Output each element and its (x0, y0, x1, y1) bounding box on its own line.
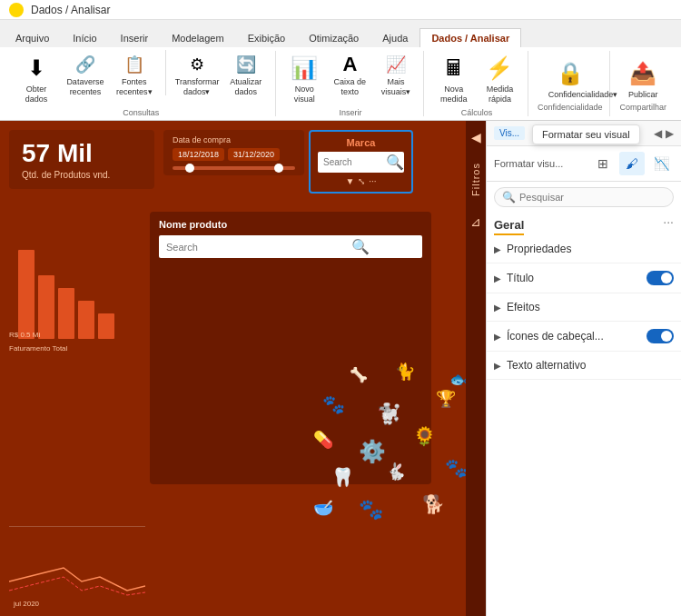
panel-expand-left-icon[interactable]: ◀ (654, 127, 662, 140)
tooltip-bubble: Formatar seu visual (532, 124, 640, 144)
accordion-texto-alternativo[interactable]: ▶ Texto alternativo (487, 352, 681, 380)
collapse-filter-icon[interactable]: ◀ (471, 130, 481, 144)
format-visu-label: Formatar visu... (494, 158, 587, 169)
format-paint-icon-btn[interactable]: 🖌 (619, 152, 645, 175)
ribbon-group-compartilhar: 📤 Publicar Compartilhar (612, 51, 674, 116)
line-chart: jul 2020 (9, 526, 145, 608)
icones-toggle[interactable] (646, 329, 674, 343)
format-analytics-icon-btn[interactable]: 📉 (648, 152, 674, 175)
pet-icon-3: 🐟 (449, 371, 466, 388)
tab-dados-analisar[interactable]: Dados / Analisar (419, 28, 521, 47)
novo-visual-icon: 📊 (288, 52, 321, 84)
dataverse-icon: 🔗 (73, 52, 98, 77)
nova-medida-button[interactable]: 🖩 Nova medida (433, 50, 474, 106)
accordion-icones-cabecal[interactable]: ▶ Ícones de cabeçal... (487, 322, 681, 352)
inserir-group-label: Inserir (339, 108, 361, 117)
tab-ajuda[interactable]: Ajuda (370, 28, 419, 47)
panel-header-tabs: Vis... (494, 126, 525, 140)
pet-icon-15: 🐇 (386, 462, 406, 482)
date-start[interactable]: 18/12/2018 (173, 148, 224, 161)
date-slider-left-thumb[interactable] (185, 164, 194, 173)
tab-inserir[interactable]: Inserir (109, 28, 161, 47)
product-search-box[interactable]: 🔍 (159, 235, 422, 258)
brand-search-input[interactable] (323, 157, 382, 167)
product-search-input[interactable] (166, 242, 348, 253)
ribbon-tabs: Arquivo Início Inserir Modelagem Exibiçã… (0, 20, 681, 47)
tab-inicio[interactable]: Início (61, 28, 108, 47)
date-filter-label: Data de compra (173, 135, 295, 144)
tab-exibicao[interactable]: Exibição (236, 28, 298, 47)
geral-label: Geral (494, 218, 524, 235)
atualizar-icon: 🔄 (233, 52, 259, 77)
confidencialidade-items: 🔒 Confidencialidade▾ (545, 55, 596, 102)
tab-modelagem[interactable]: Modelagem (160, 28, 235, 47)
pet-icon-14: 🦷 (331, 466, 354, 488)
pet-icon-6: 🐩 (377, 402, 401, 426)
date-slider[interactable] (173, 166, 295, 170)
brand-slicer-title: Marca (318, 137, 404, 148)
novo-visual-button[interactable]: 📊 Novo visual (285, 50, 324, 106)
pet-icon-2: 🐈 (395, 362, 415, 382)
date-filter[interactable]: Data de compra 18/12/2018 31/12/2020 (163, 130, 304, 175)
line-chart-label: jul 2020 (14, 600, 39, 608)
filter-funnel-icon[interactable]: ⊿ (470, 214, 481, 229)
fontes-button[interactable]: 📋 Fontes recentes▾ (113, 50, 156, 99)
pet-icon-10: ⚙️ (359, 439, 386, 464)
mais-visuais-label: Mais visuais▾ (380, 77, 413, 97)
format-paint-icon: 🖌 (626, 156, 638, 171)
ribbon-group-confidencialidade: 🔒 Confidencialidade▾ Confidencialidade (530, 51, 611, 116)
accordion-titulo[interactable]: ▶ Título (487, 263, 681, 293)
format-icons-row: Formatar visu... ⊞ 🖌 📉 (487, 146, 681, 182)
date-end[interactable]: 31/12/2020 (228, 148, 280, 161)
panel-search[interactable]: 🔍 (494, 187, 674, 207)
publicar-icon: 📤 (627, 57, 659, 90)
dataverse-button[interactable]: 🔗 Dataverse recentes (64, 50, 107, 99)
product-slicer[interactable]: Nome produto 🔍 🦴 🐈 🐟 🐕 🐾 🐩 🏆 🎪 💊 ⚙️ 🌻 🐠 (150, 212, 431, 484)
pet-icon-11: 🌻 (413, 425, 436, 447)
slicer-more-icon[interactable]: ··· (369, 176, 376, 186)
brand-search-icon: 🔍 (386, 154, 404, 171)
transformar-icon: ⚙ (184, 52, 210, 77)
tab-arquivo[interactable]: Arquivo (4, 28, 61, 47)
accordion-efeitos[interactable]: ▶ Efeitos (487, 293, 681, 322)
brand-slicer[interactable]: Marca 🔍 ▼ ⤡ ··· (309, 130, 413, 194)
slicer-expand-icon[interactable]: ⤡ (358, 176, 365, 186)
bar-chart: R$ 0.5 Mi Faturamento Total (9, 212, 145, 357)
caixa-texto-icon: A (337, 52, 362, 77)
panel-search-input[interactable] (519, 192, 637, 203)
mais-visuais-button[interactable]: 📈 Mais visuais▾ (376, 50, 417, 99)
obter-dados-label: Obter dados (18, 84, 54, 104)
panel-tab-vis[interactable]: Vis... (494, 126, 525, 140)
confidencialidade-button[interactable]: 🔒 Confidencialidade▾ (545, 55, 596, 102)
pet-icon-20: 🐕 (422, 493, 445, 515)
atualizar-button[interactable]: 🔄 Atualizar dados (224, 50, 268, 99)
geral-more-button[interactable]: ··· (663, 214, 674, 229)
accordion-propriedades[interactable]: ▶ Propriedades (487, 235, 681, 263)
nova-medida-label: Nova medida (437, 84, 470, 104)
panel-expand-right-icon[interactable]: ▶ (666, 127, 674, 140)
pet-icon-7: 🏆 (436, 389, 456, 409)
mais-visuais-icon: 📈 (383, 52, 409, 77)
accordion-icones-label: Ícones de cabeçal... (507, 330, 646, 343)
date-slider-right-thumb[interactable] (274, 164, 283, 173)
format-table-icon-btn[interactable]: ⊞ (590, 152, 616, 175)
brand-search-box[interactable]: 🔍 (318, 152, 404, 173)
obter-dados-button[interactable]: ⬇ Obter dados (15, 50, 58, 106)
bar-chart-value: R$ 0.5 Mi (9, 331, 40, 339)
ribbon-group-consultas: ⬇ Obter dados 🔗 Dataverse recentes 📋 Fon… (7, 51, 276, 116)
caixa-texto-button[interactable]: A Caixa de texto (330, 50, 370, 99)
obter-dados-icon: ⬇ (20, 52, 53, 84)
pet-icons-area: 🦴 🐈 🐟 🐕 🐾 🐩 🏆 🎪 💊 ⚙️ 🌻 🐠 🎒 🦷 🐇 🐾 🎁 🥣 🐾 (304, 357, 466, 575)
titulo-toggle[interactable] (646, 271, 674, 285)
publicar-button[interactable]: 📤 Publicar (623, 55, 663, 102)
ribbon: Arquivo Início Inserir Modelagem Exibiçã… (0, 20, 681, 121)
right-panel: Vis... ◀ ▶ Formatar seu visual Formatar … (486, 121, 681, 616)
medida-rapida-icon: ⚡ (483, 52, 516, 84)
tab-otimizacao[interactable]: Otimização (297, 28, 370, 47)
transformar-button[interactable]: ⚙ Transformar dados▾ (175, 50, 219, 99)
format-analytics-icon: 📉 (654, 156, 669, 171)
slicer-filter-icon[interactable]: ▼ (345, 176, 354, 186)
calculos-group-label: Cálculos (461, 108, 493, 117)
medida-rapida-button[interactable]: ⚡ Medida rápida (479, 50, 520, 106)
slicer-controls: ▼ ⤡ ··· (318, 176, 404, 186)
